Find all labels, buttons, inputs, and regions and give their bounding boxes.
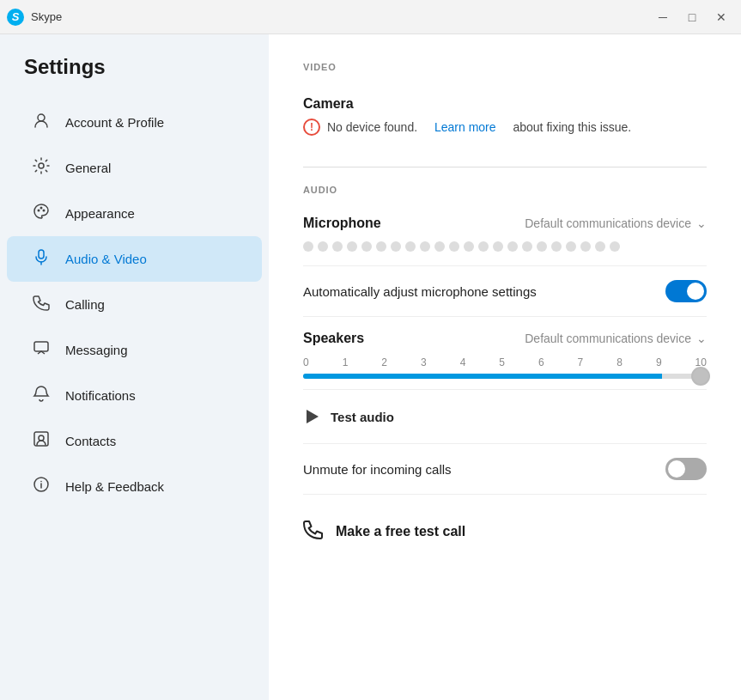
unmute-toggle[interactable] [665, 458, 707, 480]
sidebar-item-messaging-label: Messaging [65, 343, 128, 357]
mic-header: Microphone Default communications device… [303, 216, 707, 231]
camera-after-text: about fixing this issue. [513, 120, 631, 134]
svg-point-12 [40, 481, 42, 483]
test-audio-label: Test audio [331, 410, 394, 424]
volume-slider-section: 0 1 2 3 4 5 6 7 8 9 10 [303, 356, 707, 379]
audio-section-label: AUDIO [303, 185, 707, 195]
sidebar-item-calling-label: Calling [65, 297, 105, 312]
slider-labels: 0 1 2 3 4 5 6 7 8 9 10 [303, 356, 707, 368]
close-button[interactable]: ✕ [708, 4, 734, 30]
svg-point-9 [39, 435, 44, 441]
error-icon: ! [303, 119, 320, 136]
slider-track [303, 374, 707, 379]
mic-device-dropdown[interactable]: Default communications device ⌄ [525, 216, 707, 230]
sidebar-item-general[interactable]: General [7, 145, 262, 191]
auto-adjust-row: Automatically adjust microphone settings [303, 266, 707, 317]
unmute-row: Unmute for incoming calls [303, 444, 707, 495]
sidebar-item-help[interactable]: Help & Feedback [7, 464, 262, 509]
phone-call-icon [303, 519, 324, 544]
svg-rect-8 [34, 432, 48, 446]
mic-level-dots [303, 241, 707, 252]
svg-point-1 [39, 163, 44, 168]
speakers-header: Speakers Default communications device ⌄ [303, 331, 707, 346]
svg-rect-7 [34, 342, 48, 351]
microphone-section: Microphone Default communications device… [303, 205, 707, 266]
chevron-down-speakers-icon: ⌄ [696, 332, 707, 345]
learn-more-link[interactable]: Learn more [434, 120, 496, 134]
sidebar-item-messaging[interactable]: Messaging [7, 327, 262, 373]
message-icon [31, 339, 52, 361]
window-controls: ─ □ ✕ [650, 4, 734, 30]
content-area: VIDEO Camera ! No device found. Learn mo… [269, 34, 741, 700]
audio-video-divider [303, 167, 707, 167]
volume-slider[interactable] [303, 374, 707, 379]
sidebar-item-calling[interactable]: Calling [7, 282, 262, 327]
camera-row: Camera ! No device found. Learn more abo… [303, 82, 707, 149]
appearance-icon [31, 203, 52, 224]
camera-error-text: No device found. [327, 120, 417, 134]
test-audio-row: Test audio [303, 390, 707, 444]
maximize-button[interactable]: □ [679, 4, 705, 30]
sidebar-item-notifications-label: Notifications [65, 388, 136, 403]
sidebar-item-account-label: Account & Profile [65, 115, 164, 130]
camera-title: Camera [303, 96, 354, 112]
play-icon [303, 407, 322, 426]
app-body: Settings Account & Profile General [0, 34, 741, 700]
unmute-label: Unmute for incoming calls [303, 462, 452, 477]
person-icon [31, 112, 52, 133]
skype-logo: S [7, 9, 24, 26]
video-section: VIDEO Camera ! No device found. Learn mo… [303, 62, 707, 149]
sidebar-item-audio-video[interactable]: Audio & Video [7, 236, 262, 282]
app-title: Skype [31, 10, 62, 23]
sidebar-item-appearance-label: Appearance [65, 206, 135, 221]
mic-icon [31, 248, 52, 270]
svg-rect-5 [39, 250, 44, 259]
bell-icon [31, 385, 52, 406]
contacts-icon [31, 430, 52, 452]
sidebar-item-appearance[interactable]: Appearance [7, 191, 262, 236]
sidebar-item-notifications[interactable]: Notifications [7, 373, 262, 418]
info-icon [31, 476, 52, 497]
sidebar-item-general-label: General [65, 161, 111, 175]
gear-icon [31, 157, 52, 179]
title-bar-left: S Skype [7, 9, 62, 26]
title-bar: S Skype ─ □ ✕ [0, 0, 741, 34]
play-triangle [307, 410, 319, 423]
sidebar-item-contacts[interactable]: Contacts [7, 418, 262, 464]
audio-section: AUDIO Microphone Default communications … [303, 185, 707, 544]
camera-error-message: ! No device found. Learn more about fixi… [303, 119, 631, 136]
svg-point-0 [38, 114, 45, 121]
sidebar-item-account[interactable]: Account & Profile [7, 100, 262, 145]
chevron-down-icon: ⌄ [696, 216, 707, 230]
phone-icon [31, 294, 52, 315]
mic-device-label: Default communications device [525, 216, 691, 230]
speakers-device-dropdown[interactable]: Default communications device ⌄ [525, 332, 707, 345]
slider-fill [303, 374, 662, 379]
auto-adjust-label: Automatically adjust microphone settings [303, 284, 537, 299]
free-call-label: Make a free test call [336, 524, 465, 539]
svg-point-4 [43, 210, 46, 212]
mic-title: Microphone [303, 216, 381, 231]
speakers-title: Speakers [303, 331, 364, 346]
sidebar-item-help-label: Help & Feedback [65, 479, 164, 494]
video-section-label: VIDEO [303, 62, 707, 72]
sidebar-item-contacts-label: Contacts [65, 434, 116, 448]
slider-thumb[interactable] [691, 367, 710, 386]
sidebar: Settings Account & Profile General [0, 34, 269, 700]
sidebar-item-audio-video-label: Audio & Video [65, 252, 147, 266]
free-call-content: Make a free test call [303, 519, 707, 544]
sidebar-title: Settings [0, 55, 269, 100]
svg-point-3 [40, 207, 43, 210]
speakers-section: Speakers Default communications device ⌄… [303, 317, 707, 390]
auto-adjust-toggle[interactable] [665, 280, 707, 302]
speakers-device-label: Default communications device [525, 332, 691, 345]
free-call-row: Make a free test call [303, 495, 707, 544]
minimize-button[interactable]: ─ [650, 4, 676, 30]
svg-point-2 [38, 210, 40, 212]
test-audio-button[interactable]: Test audio [303, 404, 394, 429]
